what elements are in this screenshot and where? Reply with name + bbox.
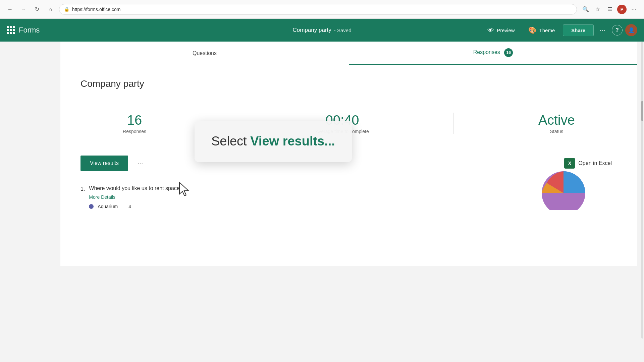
waffle-dot xyxy=(7,29,9,31)
preview-label: Preview xyxy=(497,27,515,33)
status-label: Status xyxy=(538,129,575,134)
tab-questions[interactable]: Questions xyxy=(60,42,349,65)
status-value: Active xyxy=(538,113,575,127)
app-title-center: Company party - Saved xyxy=(293,27,352,34)
preview-button[interactable]: 👁 Preview xyxy=(482,24,520,37)
open-excel-label: Open in Excel xyxy=(578,160,612,166)
responses-count-label: Responses xyxy=(123,129,146,134)
question-item: 1. Where would you like us to rent space… xyxy=(80,185,617,211)
scrollbar-thumb[interactable] xyxy=(641,101,643,121)
answer-dot-aquarium xyxy=(89,204,94,209)
pie-chart xyxy=(537,166,590,211)
waffle-icon[interactable] xyxy=(7,26,15,34)
waffle-dot xyxy=(10,29,12,31)
more-details-link[interactable]: More Details xyxy=(89,194,115,200)
browser-actions: 🔍 ☆ ☰ P ⋯ xyxy=(581,5,639,14)
right-sidebar xyxy=(637,42,644,339)
view-results-button[interactable]: View results xyxy=(80,156,128,171)
search-button[interactable]: 🔍 xyxy=(581,5,590,14)
refresh-button[interactable]: ↻ xyxy=(32,5,42,14)
waffle-dot xyxy=(13,26,15,28)
more-actions-button[interactable]: ··· xyxy=(133,157,147,170)
browser-more-button[interactable]: ⋯ xyxy=(629,5,639,14)
star-button[interactable]: ☆ xyxy=(593,5,602,14)
waffle-dot xyxy=(7,32,9,34)
waffle-dot xyxy=(13,29,15,31)
theme-label: Theme xyxy=(539,27,555,33)
form-title-header: Company party xyxy=(293,27,331,34)
stat-divider-1 xyxy=(231,113,231,134)
header-actions: 👁 Preview 🎨 Theme Share ⋯ ? 👤 xyxy=(482,23,637,37)
form-area: Company party 16 Responses 00:40 Average… xyxy=(60,65,637,266)
answer-label-aquarium: Aquarium xyxy=(98,204,118,209)
header-more-button[interactable]: ⋯ xyxy=(596,24,609,37)
theme-button[interactable]: 🎨 Theme xyxy=(523,23,560,37)
forward-button[interactable]: → xyxy=(19,5,28,14)
view-results-label: View results xyxy=(90,160,119,166)
form-title: Company party xyxy=(80,78,617,89)
responses-badge: 16 xyxy=(504,48,513,57)
collections-button[interactable]: ☰ xyxy=(605,5,614,14)
question-number: 1. xyxy=(80,185,85,192)
stat-responses: 16 Responses xyxy=(123,113,146,134)
preview-icon: 👁 xyxy=(487,26,494,34)
main-content: Questions Responses 16 Company party 16 … xyxy=(0,42,644,339)
stat-status: Active Status xyxy=(538,113,575,134)
app-header: Forms Company party - Saved 👁 Preview 🎨 … xyxy=(0,19,644,42)
help-button[interactable]: ? xyxy=(612,25,623,36)
theme-icon: 🎨 xyxy=(528,26,537,34)
share-label: Share xyxy=(571,27,585,33)
browser-profile-avatar[interactable]: P xyxy=(617,5,627,14)
back-button[interactable]: ← xyxy=(5,5,15,14)
tabs-container: Questions Responses 16 xyxy=(60,42,637,65)
responses-count-value: 16 xyxy=(123,113,146,127)
lock-icon: 🔒 xyxy=(64,7,69,12)
form-container: Questions Responses 16 Company party 16 … xyxy=(60,42,637,339)
stat-divider-2 xyxy=(453,113,454,134)
address-bar[interactable]: 🔒 https://forms.office.com xyxy=(59,4,577,15)
app-name: Forms xyxy=(19,26,40,35)
waffle-dot xyxy=(13,32,15,34)
avg-time-label: Average time to complete xyxy=(316,129,369,134)
questions-tab-label: Questions xyxy=(193,50,217,56)
waffle-dot xyxy=(10,26,12,28)
more-icon: ··· xyxy=(138,160,143,167)
left-sidebar xyxy=(0,42,60,339)
share-button[interactable]: Share xyxy=(563,24,594,36)
avg-time-value: 00:40 xyxy=(316,113,369,127)
excel-letter: X xyxy=(568,161,571,166)
stat-avg-time: 00:40 Average time to complete xyxy=(316,113,369,134)
header-profile-avatar[interactable]: 👤 xyxy=(625,24,637,36)
responses-tab-label: Responses xyxy=(473,49,500,55)
stats-row: 16 Responses 00:40 Average time to compl… xyxy=(80,103,617,141)
answer-count-aquarium: 4 xyxy=(128,204,131,209)
browser-bar: ← → ↻ ⌂ 🔒 https://forms.office.com 🔍 ☆ ☰… xyxy=(0,0,644,19)
waffle-dot xyxy=(10,32,12,34)
help-label: ? xyxy=(615,27,619,33)
waffle-dot xyxy=(7,26,9,28)
saved-label: - Saved xyxy=(334,27,352,33)
app-logo-area: Forms xyxy=(7,26,40,35)
url-text: https://forms.office.com xyxy=(72,7,120,12)
scrollbar[interactable] xyxy=(641,42,643,339)
home-button[interactable]: ⌂ xyxy=(46,5,55,14)
tab-responses[interactable]: Responses 16 xyxy=(349,42,637,65)
